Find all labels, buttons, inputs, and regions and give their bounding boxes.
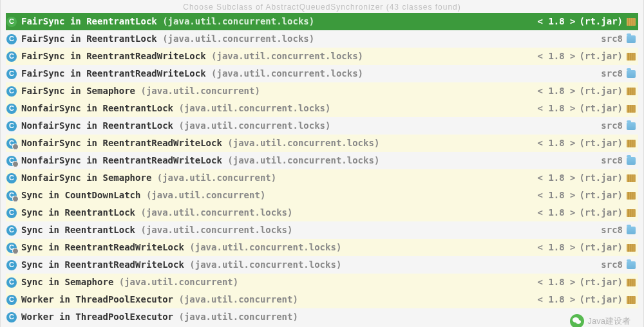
location-label: (rt.jar) [580, 276, 623, 289]
jdk-version: < 1.8 > [538, 276, 576, 289]
item-meta: src8 [601, 119, 636, 133]
list-item[interactable]: C Sync in ReentrantLock (java.util.concu… [6, 221, 638, 239]
list-item[interactable]: C Sync in Semaphore (java.util.concurren… [6, 274, 638, 291]
list-item[interactable]: C NonfairSync in Semaphore (java.util.co… [6, 169, 638, 187]
list-item[interactable]: C Sync in ReentrantReadWriteLock (java.u… [6, 256, 638, 274]
class-icon: C [6, 16, 17, 28]
list-item[interactable]: C FairSync in ReentrantReadWriteLock (ja… [6, 48, 638, 65]
location-icon [627, 192, 636, 200]
item-meta: < 1.8 > (rt.jar) [538, 241, 636, 254]
enclosing-class: ReentrantReadWriteLock [86, 51, 211, 61]
item-meta: src8 [601, 223, 636, 237]
enclosing-class: Semaphore [86, 86, 140, 96]
package-name: (java.util.concurrent.locks) [140, 225, 292, 235]
location-icon [627, 174, 636, 182]
list-item[interactable]: C FairSync in ReentrantLock (java.util.c… [6, 13, 638, 30]
class-name: Sync [21, 259, 43, 270]
item-meta: < 1.8 > (rt.jar) [538, 84, 636, 98]
item-main-text: NonfairSync in Semaphore (java.util.conc… [21, 171, 534, 185]
package-name: (java.util.concurrent) [157, 173, 276, 183]
in-keyword: in [48, 259, 64, 270]
item-meta: < 1.8 > (rt.jar) [538, 102, 636, 115]
class-icon: C [6, 68, 17, 80]
dialog-title: Choose Subclass of AbstractQueuedSynchro… [6, 3, 638, 12]
item-main-text: Worker in ThreadPoolExecutor (java.util.… [21, 293, 534, 306]
location-label: (rt.jar) [580, 136, 623, 150]
location-label: (rt.jar) [580, 206, 623, 220]
location-icon [627, 140, 636, 147]
list-item[interactable]: C Sync in ReentrantLock (java.util.concu… [6, 204, 638, 221]
location-icon [627, 122, 636, 130]
list-item[interactable]: C NonfairSync in ReentrantReadWriteLock … [6, 152, 638, 169]
in-keyword: in [70, 33, 86, 44]
location-icon [627, 209, 636, 217]
item-main-text: NonfairSync in ReentrantLock (java.util.… [21, 119, 597, 133]
list-item[interactable]: C FairSync in Semaphore (java.util.concu… [6, 82, 638, 100]
item-meta: < 1.8 > (rt.jar) [538, 189, 636, 202]
jdk-version: < 1.8 > [538, 171, 576, 185]
item-main-text: Sync in ReentrantReadWriteLock (java.uti… [21, 258, 597, 272]
list-item[interactable]: C FairSync in ReentrantLock (java.util.c… [6, 30, 638, 48]
package-name: (java.util.concurrent) [178, 294, 298, 304]
item-meta: src8 [601, 258, 636, 272]
class-name: NonfairSync [21, 103, 81, 113]
class-icon: C [6, 294, 17, 306]
item-meta: src8 [601, 154, 636, 167]
list-item[interactable]: C Sync in CountDownLatch (java.util.conc… [6, 187, 638, 204]
jdk-version: < 1.8 > [538, 136, 576, 150]
location-label: (rt.jar) [580, 84, 623, 98]
item-main-text: Sync in Semaphore (java.util.concurrent) [21, 276, 534, 289]
item-main-text: NonfairSync in ReentrantReadWriteLock (j… [21, 154, 597, 167]
class-name: NonfairSync [21, 155, 81, 165]
location-label: (rt.jar) [580, 171, 623, 185]
package-name: (java.util.concurrent) [140, 86, 260, 96]
list-item[interactable]: C NonfairSync in ReentrantLock (java.uti… [6, 117, 638, 135]
watermark-text: Java建设者 [588, 315, 630, 327]
class-name: FairSync [21, 68, 64, 79]
list-item[interactable]: C Sync in ReentrantReadWriteLock (java.u… [6, 239, 638, 256]
list-item[interactable]: C Worker in ThreadPoolExecutor (java.uti… [6, 291, 638, 308]
class-name: Sync [21, 225, 43, 235]
in-keyword: in [70, 86, 86, 96]
item-meta: < 1.8 > (rt.jar) [538, 206, 636, 220]
in-keyword: in [48, 242, 64, 252]
class-icon: C [6, 259, 17, 271]
class-name: Worker [21, 294, 54, 304]
class-icon: C [6, 277, 17, 288]
class-icon: C [6, 312, 17, 323]
package-name: (java.util.concurrent.locks) [227, 155, 379, 165]
class-icon: C [6, 33, 17, 45]
in-keyword: in [48, 225, 64, 235]
in-keyword: in [59, 294, 75, 304]
package-name: (java.util.concurrent.locks) [189, 259, 341, 270]
class-icon: C [6, 86, 17, 97]
list-item[interactable]: C FairSync in ReentrantReadWriteLock (ja… [6, 65, 638, 82]
location-label: (rt.jar) [580, 15, 623, 28]
list-item[interactable]: C NonfairSync in ReentrantReadWriteLock … [6, 135, 638, 152]
class-icon: C [6, 225, 17, 236]
package-name: (java.util.concurrent) [178, 312, 298, 322]
location-label: src8 [601, 154, 623, 167]
jdk-version: < 1.8 > [538, 102, 576, 115]
item-main-text: Worker in ThreadPoolExecutor (java.util.… [21, 310, 623, 324]
item-main-text: Sync in ReentrantLock (java.util.concurr… [21, 223, 597, 237]
list-item[interactable]: C Worker in ThreadPoolExecutor (java.uti… [6, 308, 638, 326]
enclosing-class: ReentrantLock [64, 225, 140, 235]
class-icon: C [6, 173, 17, 184]
location-label: (rt.jar) [580, 241, 623, 254]
enclosing-class: ReentrantReadWriteLock [64, 242, 189, 252]
package-name: (java.util.concurrent.locks) [227, 138, 379, 148]
item-main-text: Sync in ReentrantLock (java.util.concurr… [21, 206, 534, 220]
class-icon: C [6, 155, 17, 167]
package-name: (java.util.concurrent.locks) [162, 16, 314, 26]
location-icon [627, 157, 636, 165]
list-item[interactable]: C NonfairSync in ReentrantLock (java.uti… [6, 100, 638, 117]
class-suggestion-list: C FairSync in ReentrantLock (java.util.c… [6, 13, 638, 326]
item-main-text: FairSync in ReentrantReadWriteLock (java… [21, 50, 534, 63]
enclosing-class: ReentrantLock [102, 120, 178, 131]
package-name: (java.util.concurrent.locks) [211, 68, 363, 79]
location-label: src8 [601, 119, 623, 133]
enclosing-class: ReentrantLock [64, 207, 140, 218]
enclosing-class: ReentrantReadWriteLock [102, 155, 227, 165]
location-icon [627, 105, 636, 113]
